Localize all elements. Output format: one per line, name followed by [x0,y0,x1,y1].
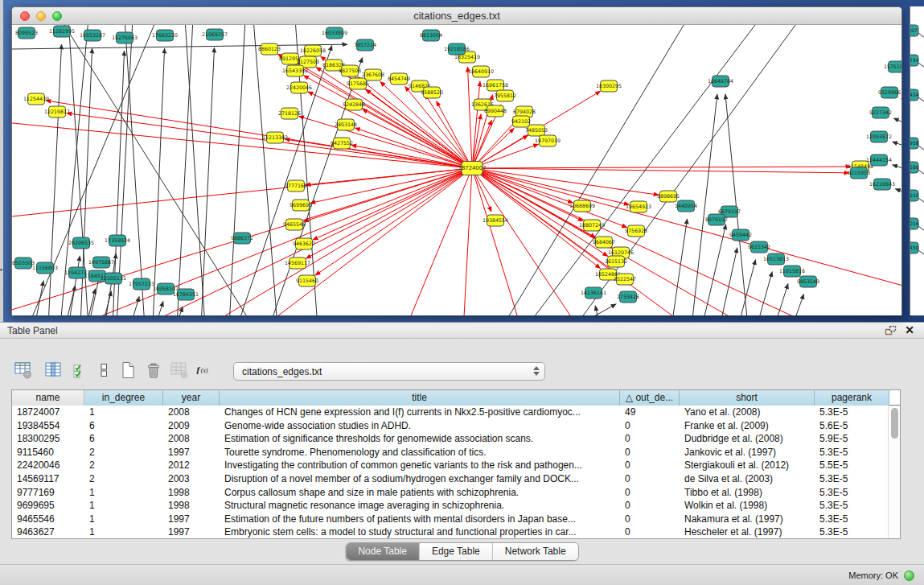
graph-node[interactable]: 18300295 [596,80,622,92]
cell-title[interactable]: Estimation of the future numbers of pati… [220,513,620,526]
function-builder-icon[interactable]: f (x) [195,360,216,381]
delete-icon[interactable] [143,360,164,381]
cell-out_degree[interactable]: 0 [620,432,680,446]
network-view[interactable]: 8860123891295418226058912750316543382818… [12,25,901,315]
graph-node[interactable]: 16648784 [708,76,733,87]
graph-node[interactable]: 15958 [910,138,919,149]
cell-short[interactable]: Yano et al. (2008) [680,406,815,419]
new-file-icon[interactable] [117,360,138,381]
graph-node[interactable]: 12734 [910,55,919,66]
graph-node[interactable]: 20206535 [68,237,94,249]
graph-node[interactable]: 10975887 [88,257,114,268]
table-settings-icon[interactable] [13,360,34,381]
graph-node[interactable]: 8503503 [12,257,35,269]
graph-node[interactable]: 8454749 [388,73,410,84]
table-row[interactable]: 1830029562008Estimation of significance … [12,432,900,446]
graph-node[interactable]: 8990448 [484,105,507,117]
cell-short[interactable]: Stergiakouli et al. (2012) [680,459,815,472]
graph-node[interactable]: 942102 [511,116,531,127]
table-row[interactable]: 969969511998Structural magnetic resonanc… [12,499,900,513]
cell-out_degree[interactable]: 0 [620,525,680,539]
cell-name[interactable]: 14569117 [12,472,84,486]
cell-title[interactable]: Estimation of significance thresholds fo… [220,432,620,446]
table-row[interactable]: 946362711997Embryonic stem cells: a mode… [12,525,900,539]
graph-node[interactable]: 17663220 [152,30,178,41]
graph-node[interactable]: 7485053 [525,125,548,136]
tab-edge-table[interactable]: Edge Table [420,543,493,560]
graph-node[interactable]: 9329966 [878,87,901,98]
cell-in_degree[interactable]: 6 [84,419,163,433]
graph-node[interactable]: 12610 [910,190,919,201]
cell-out_degree[interactable]: 0 [620,446,680,459]
cell-name[interactable]: 22420046 [12,459,84,472]
graph-node[interactable]: 16961758 [483,80,508,91]
column-header-name[interactable]: name [12,390,84,406]
graph-node[interactable]: 12213383 [262,132,288,143]
graph-node[interactable]: 9227342 [869,107,892,118]
cell-pagerank[interactable]: 5.3E-5 [815,472,889,486]
table-row[interactable]: 1456911722003Disruption of a novel membe… [12,472,900,486]
graph-node[interactable]: 12093872 [866,131,892,142]
table-row[interactable]: 2242004622012Investigating the contribut… [12,459,900,472]
cell-title[interactable]: Tourette syndrome. Phenomenology and cla… [220,446,620,459]
cell-year[interactable]: 2003 [163,472,220,486]
cell-year[interactable]: 2009 [163,419,220,433]
graph-node[interactable]: 9175685 [347,78,369,89]
cell-pagerank[interactable]: 5.3E-5 [815,486,889,500]
graph-node[interactable]: 11254439 [23,93,49,105]
table-row[interactable]: 1938455462009Genome-wide association stu… [12,419,900,433]
graph-node[interactable]: 17359924 [105,235,130,246]
graph-node[interactable]: 2718126 [278,108,301,119]
graph-node[interactable]: 15276063 [112,32,138,43]
cell-short[interactable]: Tibbo et al. (1998) [680,486,815,500]
minimize-window-icon[interactable] [36,11,46,21]
cell-pagerank[interactable]: 5.3E-5 [815,406,889,419]
cell-title[interactable]: Genome-wide association studies in ADHD. [220,419,620,433]
graph-node[interactable]: 21069257 [202,29,228,40]
graph-node[interactable]: 10513813 [763,253,789,265]
cell-name[interactable]: 9463627 [12,525,84,539]
graph-node[interactable]: 8979197 [705,214,728,225]
graph-node[interactable]: 10686 [910,162,919,173]
graph-node[interactable]: 18640910 [468,66,494,77]
graph-node[interactable]: 8427552 [331,138,353,149]
graph-node[interactable]: 9463627 [293,238,315,249]
column-header-year[interactable]: year [163,390,220,406]
graph-node[interactable]: 9827508 [339,65,361,76]
graph-node[interactable]: 7955812 [494,90,516,101]
column-header-pagerank[interactable]: pagerank [815,390,889,406]
cell-name[interactable]: 19384554 [12,419,84,433]
cell-year[interactable]: 1998 [163,486,220,500]
graph-node[interactable]: 9777169 [285,180,307,192]
show-columns-icon[interactable] [43,360,64,381]
table-row[interactable]: 1872400712008Changes of HCN gene express… [12,406,900,419]
cell-in_degree[interactable]: 1 [84,486,163,500]
graph-node[interactable]: 15751074 [884,61,901,72]
graph-node[interactable]: 1733426 [617,291,639,303]
cell-in_degree[interactable]: 1 [84,525,163,539]
cell-year[interactable]: 2008 [163,432,220,446]
cell-name[interactable]: 9699695 [12,499,84,513]
graph-node[interactable]: 9886372 [231,233,253,244]
cell-pagerank[interactable]: 5.3E-5 [815,446,889,459]
cell-out_degree[interactable]: 0 [620,486,680,500]
rows-icon[interactable] [93,360,114,381]
cell-year[interactable]: 1998 [163,499,220,513]
cell-year[interactable]: 2012 [163,459,220,472]
graph-node[interactable]: 9215953 [848,167,870,179]
graph-node[interactable]: 8813054 [420,30,442,41]
graph-node[interactable]: 10688609 [569,200,595,212]
graph-node[interactable]: 11015816 [779,266,805,277]
cell-title[interactable]: Embryonic stem cells: a model to study s… [220,525,620,539]
cell-year[interactable]: 1997 [163,513,220,526]
graph-node[interactable]: 9615342 [748,241,770,253]
graph-node[interactable]: 10553287 [80,30,105,41]
graph-node[interactable]: 9853549 [797,276,819,287]
table-row[interactable]: 946554611997Estimation of the future num… [12,513,900,526]
graph-node[interactable]: 1588520 [421,87,443,98]
cell-short[interactable]: Jankovic et al. (1997) [680,446,815,459]
cell-short[interactable]: Franke et al. (2009) [680,419,815,433]
column-header-in_degree[interactable]: in_degree [84,390,163,406]
cell-out_degree[interactable]: 0 [620,419,680,433]
graph-node[interactable]: 9115460 [296,275,318,286]
